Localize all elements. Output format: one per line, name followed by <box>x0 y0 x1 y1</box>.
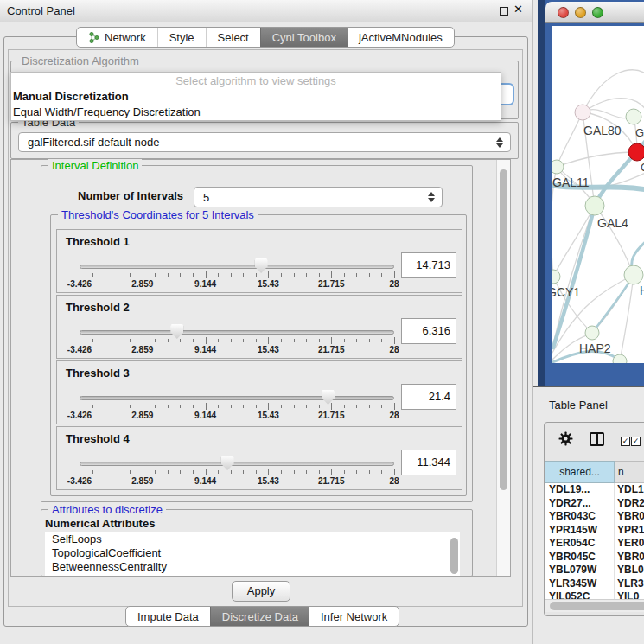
table-row[interactable]: YBL079WYBL0 <box>545 564 644 577</box>
list-scrollbar-thumb[interactable] <box>450 538 458 574</box>
network-node-hap2[interactable] <box>585 326 599 340</box>
cell-name[interactable]: YDR2 <box>615 497 644 511</box>
table-row[interactable]: YER054CYER0 <box>545 537 644 551</box>
attribute-list-item[interactable]: SelfLoops <box>45 532 460 546</box>
split-columns-icon[interactable] <box>590 432 604 446</box>
network-node-gcy1[interactable] <box>552 270 560 284</box>
table-row[interactable]: YIL052CYIL0 <box>545 590 644 599</box>
cell-name[interactable]: YDL1 <box>615 483 644 497</box>
table-row[interactable]: YDL19...YDL1 <box>545 483 644 497</box>
cell-shared-name[interactable]: YBL079W <box>545 564 615 577</box>
slider-ticks <box>80 271 394 279</box>
cell-name[interactable]: YBL0 <box>615 564 644 577</box>
network-node-gal80[interactable] <box>575 105 590 120</box>
table-row[interactable]: YDR27...YDR2 <box>545 497 644 511</box>
cell-name[interactable]: YPR1 <box>615 524 644 538</box>
table-data-combobox[interactable]: galFiltered.sif default node <box>18 132 511 152</box>
slider-track[interactable] <box>80 330 394 335</box>
network-node-gal11[interactable] <box>552 160 564 174</box>
number-of-intervals-combobox[interactable]: 5 <box>194 187 443 207</box>
float-window-icon[interactable] <box>500 7 508 16</box>
network-node-ga[interactable] <box>626 109 641 124</box>
tick-label: 2.859 <box>124 345 162 354</box>
cell-shared-name[interactable]: YBR043C <box>545 510 615 524</box>
tick-mark <box>369 405 370 408</box>
scrollbar-thumb[interactable] <box>500 169 507 490</box>
tab-style[interactable]: Style <box>157 28 206 47</box>
threshold-slider[interactable]: -3.4262.8599.14415.4321.71528 <box>80 258 394 291</box>
popup-item-equal-width-frequency[interactable]: Equal Width/Frequency Discretization <box>11 105 501 120</box>
tab-infer-network[interactable]: Infer Network <box>309 607 399 626</box>
network-node-h[interactable] <box>624 265 643 284</box>
attribute-list-item[interactable]: BetweennessCentrality <box>45 560 460 574</box>
threshold-value-field[interactable]: 11.344 <box>401 450 456 475</box>
combo-stepper-icon[interactable] <box>496 137 503 148</box>
slider-track[interactable] <box>80 265 394 269</box>
cell-shared-name[interactable]: YLR345W <box>545 577 615 591</box>
apply-button[interactable]: Apply <box>232 581 290 602</box>
tick-mark <box>331 403 332 410</box>
network-node-gal4[interactable] <box>585 196 604 215</box>
column-header-shared-name[interactable]: shared... <box>545 461 615 483</box>
horizontal-scrollbar[interactable] <box>545 599 644 612</box>
tick-mark <box>231 273 232 277</box>
tab-cyni-toolbox[interactable]: Cyni Toolbox <box>260 28 348 47</box>
threshold-slider[interactable]: -3.4262.8599.14415.4321.71528 <box>80 324 394 357</box>
slider-track[interactable] <box>80 396 394 400</box>
numerical-attributes-list[interactable]: SelfLoopsTopologicalCoefficientBetweenne… <box>45 532 460 576</box>
close-icon[interactable]: ✕ <box>513 3 523 16</box>
table-row[interactable]: YPR145WYPR1 <box>545 524 644 538</box>
zoom-traffic-light[interactable] <box>592 7 603 18</box>
slider-track[interactable] <box>80 462 394 466</box>
tab-select[interactable]: Select <box>206 28 260 47</box>
cell-shared-name[interactable]: YDR27... <box>545 497 615 511</box>
network-canvas[interactable]: GAL80GACGAL11GAL4GCY1HHAP2 <box>552 26 644 363</box>
cell-name[interactable]: YLR3 <box>615 577 644 591</box>
vertical-scrollbar[interactable] <box>496 160 510 576</box>
table-row[interactable]: YBR045CYBR0 <box>545 551 644 564</box>
threshold-slider[interactable]: -3.4262.8599.14415.4321.71528 <box>80 390 394 423</box>
cell-name[interactable]: YER0 <box>615 537 644 551</box>
cell-name[interactable]: YBR0 <box>615 510 644 524</box>
combo-stepper-icon[interactable] <box>428 192 435 202</box>
checkbox-icon[interactable]: ✓ <box>631 437 641 446</box>
cell-shared-name[interactable]: YBR045C <box>545 551 615 564</box>
tab-label: Network <box>105 31 146 44</box>
threshold-label: Threshold 4 <box>66 432 130 445</box>
attribute-list-item[interactable]: TopologicalCoefficient <box>45 546 460 560</box>
cell-shared-name[interactable]: YIL052C <box>545 590 615 599</box>
threshold-value-field[interactable]: 6.316 <box>401 318 456 344</box>
tab-jactivemnodules[interactable]: jActiveMNodules <box>348 28 454 47</box>
threshold-value-field[interactable]: 21.4 <box>401 384 456 410</box>
table-row[interactable]: YLR345WYLR3 <box>545 577 644 591</box>
close-traffic-light[interactable] <box>558 7 569 18</box>
checkbox-icon[interactable]: ✓ <box>621 437 630 446</box>
tab-network[interactable]: Network <box>77 28 157 47</box>
cell-shared-name[interactable]: YDL19... <box>545 483 615 497</box>
scrollbar-thumb[interactable] <box>550 602 644 610</box>
tick-label: 9.144 <box>187 279 225 289</box>
tick-mark <box>180 273 181 277</box>
threshold-value-field[interactable]: 14.713 <box>401 252 456 278</box>
tab-discretize-data[interactable]: Discretize Data <box>210 607 309 626</box>
cell-shared-name[interactable]: YPR145W <box>545 524 615 538</box>
tab-impute-data[interactable]: Impute Data <box>126 607 210 626</box>
node-label: GA <box>635 126 644 139</box>
network-node-c[interactable] <box>628 143 644 161</box>
minimize-traffic-light[interactable] <box>575 7 586 18</box>
column-header-name[interactable]: n <box>615 461 644 483</box>
popup-item-manual-discretization[interactable]: Manual Discretization <box>11 89 501 105</box>
network-graph[interactable]: GAL80GACGAL11GAL4GCY1HHAP2 <box>552 26 644 363</box>
table-row[interactable]: YBR043CYBR0 <box>545 510 644 524</box>
threshold-slider[interactable]: -3.4262.8599.14415.4321.71528 <box>80 456 394 488</box>
tick-mark <box>118 470 118 474</box>
tick-mark <box>394 403 395 410</box>
tick-label: 2.859 <box>124 476 162 486</box>
tick-mark <box>80 403 80 410</box>
cell-shared-name[interactable]: YER054C <box>545 537 615 551</box>
cell-name[interactable]: YBR0 <box>615 551 644 564</box>
gear-icon[interactable] <box>558 431 573 446</box>
tick-mark <box>193 273 194 277</box>
cell-name[interactable]: YIL0 <box>615 590 644 599</box>
network-window-titlebar[interactable] <box>545 2 644 23</box>
